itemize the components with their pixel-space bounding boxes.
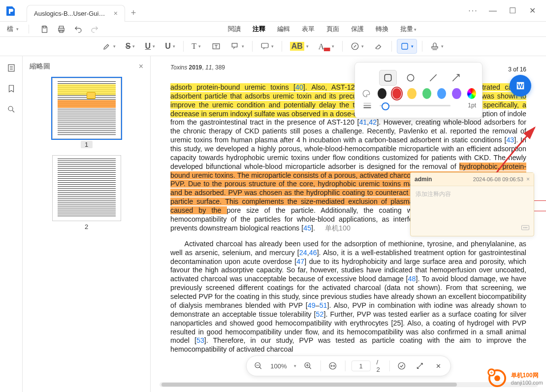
menu-protect[interactable]: 保護 [350, 24, 365, 34]
thumbnails-title: 縮略圖 [30, 62, 50, 71]
horizontal-scrollbar[interactable] [160, 382, 538, 387]
window-controls: ··· — ☐ ✕ [463, 0, 546, 22]
svg-text:W: W [517, 82, 524, 90]
zoom-in-icon[interactable] [302, 359, 315, 372]
bookmark-icon[interactable] [5, 83, 17, 95]
close-toolbar-icon[interactable]: ✕ [432, 359, 445, 372]
color-black[interactable] [378, 88, 386, 99]
tab-title: Auslogics-B...User-Guide* [34, 10, 108, 17]
print-icon[interactable] [56, 24, 66, 34]
search-icon[interactable] [5, 103, 17, 115]
thickness-slider[interactable] [380, 105, 450, 106]
center-menu: 閱讀 注釋 編輯 表單 頁面 保護 轉換 批量▾ [100, 24, 544, 34]
menu-edit[interactable]: 編輯 [276, 24, 291, 34]
maximize-icon[interactable]: ☐ [503, 3, 522, 18]
view-toolbar: 100%▾ 1 / 2 ✕ [246, 356, 450, 376]
thickness-icon [361, 102, 374, 109]
shape-icon[interactable]: ▾ [397, 39, 417, 54]
titlebar: Auslogics-B...User-Guide* × + ··· — ☐ ✕ [0, 0, 546, 22]
comment-user: admin [415, 176, 432, 183]
menu-read[interactable]: 閱讀 [227, 24, 242, 34]
thumb-num-2: 2 [81, 223, 93, 230]
svg-rect-8 [402, 43, 408, 49]
menu-batch[interactable]: 批量▾ [399, 24, 418, 34]
thumbnails-close-icon[interactable]: × [139, 62, 143, 71]
document-tab[interactable]: Auslogics-B...User-Guide* × [27, 5, 125, 22]
menubar: 檔▾ 閱讀 注釋 編輯 表單 頁面 保護 轉換 批量▾ [0, 22, 546, 36]
color-red[interactable] [392, 88, 401, 99]
thumb-page-2[interactable] [52, 155, 121, 221]
squiggly-icon[interactable]: U▾ [162, 39, 178, 54]
textcolor-icon[interactable]: A▃▾ [316, 39, 338, 54]
redo-icon[interactable] [89, 24, 100, 34]
comment-icon[interactable]: ▾ [257, 39, 277, 54]
menu-convert[interactable]: 轉換 [375, 24, 389, 34]
svg-rect-16 [385, 74, 391, 81]
underline-icon[interactable]: U▾ [142, 39, 159, 54]
undo-icon[interactable] [72, 24, 83, 34]
fullscreen-icon[interactable] [414, 359, 426, 372]
page-input[interactable]: 1 [352, 360, 371, 371]
svg-point-20 [525, 228, 526, 229]
app-logo [0, 0, 22, 22]
strike-icon[interactable]: S▾ [123, 39, 138, 54]
more-icon[interactable]: ··· [463, 3, 483, 18]
menu-forms[interactable]: 表單 [301, 24, 316, 34]
svg-rect-1 [59, 26, 64, 28]
shape-circle-icon[interactable] [402, 70, 419, 85]
svg-rect-5 [232, 43, 237, 47]
svg-point-15 [398, 362, 405, 369]
svg-point-11 [8, 106, 13, 111]
comment-close-icon[interactable]: × [526, 176, 530, 183]
callout-icon[interactable]: ▾ [228, 39, 247, 54]
file-menu[interactable]: 檔▾ [2, 23, 24, 35]
thumb-num-1: 1 [81, 141, 93, 148]
tab-close-icon[interactable]: × [114, 9, 118, 17]
svg-point-24 [494, 375, 500, 381]
thumb-page-1[interactable] [52, 78, 121, 139]
textbox-icon[interactable] [208, 39, 224, 54]
svg-rect-0 [43, 26, 46, 28]
highlight-icon[interactable]: ▾ [99, 39, 119, 54]
shape-rect-icon[interactable] [380, 70, 396, 85]
shape-line-icon[interactable] [425, 70, 442, 85]
svg-text:+: + [490, 370, 493, 375]
pencil-icon[interactable]: ▾ [348, 39, 367, 54]
save-icon[interactable] [39, 24, 50, 34]
eraser-icon[interactable] [371, 39, 386, 54]
comment-options-icon[interactable] [521, 225, 530, 233]
page-of: 3 of 16 [508, 66, 526, 73]
thumbnails-panel: 縮略圖 × 1 2 [23, 56, 151, 392]
minimize-icon[interactable]: — [483, 3, 503, 18]
svg-point-17 [407, 74, 414, 81]
new-tab-button[interactable]: + [125, 5, 142, 22]
shape-arrow-icon[interactable] [448, 70, 464, 85]
color-green[interactable] [422, 88, 431, 99]
color-purple[interactable] [452, 88, 461, 99]
svg-rect-6 [261, 43, 268, 48]
close-icon[interactable]: ✕ [522, 3, 542, 18]
comment-input[interactable]: 添加注释内容 [411, 186, 534, 202]
word-export-fab[interactable]: W [510, 75, 531, 97]
svg-point-21 [526, 228, 527, 229]
svg-rect-9 [432, 47, 438, 48]
area-highlight-icon[interactable]: AB▾ [287, 39, 312, 54]
site-watermark: + 单机100网 danji100.com [486, 367, 543, 389]
color-blue[interactable] [437, 88, 446, 99]
comment-card: admin 2024-06-08 09:06:53× 添加注释内容 [410, 172, 534, 236]
thickness-value: 1pt [456, 102, 476, 109]
zoom-value: 100% [270, 362, 287, 370]
annotate-toolbar: ▾ S▾ U▾ U▾ T▾ ▾ ▾ AB▾ A▃▾ ▾ ▾ ▾ [0, 36, 546, 56]
color-yellow[interactable] [407, 88, 416, 99]
shape-popup: 1pt [354, 62, 482, 118]
zoom-out-icon[interactable] [252, 359, 264, 372]
stamp-icon[interactable]: ▾ [427, 39, 447, 54]
read-mode-icon[interactable] [395, 359, 408, 372]
thumbnails-icon[interactable] [5, 62, 17, 74]
text-icon[interactable]: T▾ [189, 39, 204, 54]
menu-pages[interactable]: 頁面 [325, 24, 340, 34]
fit-width-icon[interactable] [327, 359, 339, 372]
color-picker-icon[interactable] [467, 88, 476, 99]
svg-rect-18 [522, 226, 529, 230]
menu-annotate[interactable]: 注釋 [252, 24, 266, 34]
